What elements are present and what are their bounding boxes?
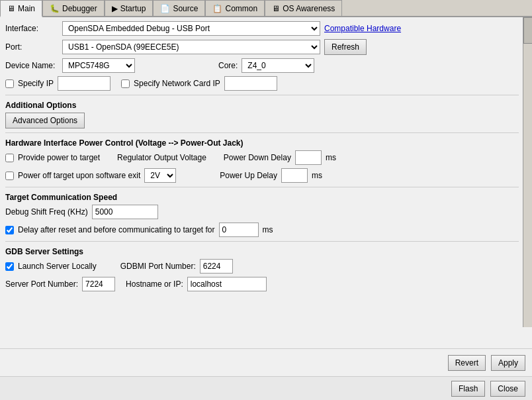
revert-button[interactable]: Revert xyxy=(448,355,486,371)
ms2-label: ms xyxy=(312,171,322,180)
advanced-options-row: Advanced Options xyxy=(5,113,519,128)
hw-power-title: Hardware Interface Power Control (Voltag… xyxy=(5,138,519,148)
tab-source-label: Source xyxy=(173,4,198,13)
tab-debugger-label: Debugger xyxy=(62,4,97,13)
os-icon: 🖥 xyxy=(272,4,280,13)
server-port-row: Server Port Number: Hostname or IP: xyxy=(5,277,519,291)
provide-power-row: Provide power to target Regulator Output… xyxy=(5,150,519,165)
interface-label: Interface: xyxy=(5,24,58,33)
specify-ip-row: Specify IP Specify Network Card IP xyxy=(5,76,519,91)
scrollbar-thumb[interactable] xyxy=(523,17,532,44)
port-row: Port: USB1 - OpenSDA (99EECE5E) Refresh xyxy=(5,39,519,55)
additional-options-title: Additional Options xyxy=(5,101,519,110)
server-port-label: Server Port Number: xyxy=(5,279,78,289)
device-select[interactable]: MPC5748G xyxy=(62,58,135,73)
specify-network-input[interactable] xyxy=(224,76,277,91)
delay-input[interactable] xyxy=(219,223,259,237)
debugger-icon: 🐛 xyxy=(50,4,60,13)
target-speed-title: Target Communication Speed xyxy=(5,193,519,202)
regulator-label: Regulator Output Voltage xyxy=(117,153,206,162)
port-label: Port: xyxy=(5,42,58,52)
device-row: Device Name: MPC5748G Core: Z4_0 xyxy=(5,58,519,73)
core-select[interactable]: Z4_0 xyxy=(242,58,314,73)
tab-startup-label: Startup xyxy=(120,4,146,13)
startup-icon: ▶ xyxy=(112,4,118,13)
power-down-label: Power Down Delay xyxy=(224,153,291,162)
tab-main[interactable]: 🖥 Main xyxy=(0,0,42,17)
launch-server-checkbox[interactable] xyxy=(5,262,14,271)
launch-server-label: Launch Server Locally xyxy=(18,262,97,271)
specify-network-label: Specify Network Card IP xyxy=(134,79,220,88)
ms3-label: ms xyxy=(263,225,273,234)
provide-power-checkbox[interactable] xyxy=(5,154,14,162)
power-up-label: Power Up Delay xyxy=(220,171,277,180)
flash-bar: Flash Close xyxy=(0,376,532,400)
specify-ip-input[interactable] xyxy=(58,76,111,91)
delay-label: Delay after reset and before communicati… xyxy=(18,225,215,234)
specify-ip-label: Specify IP xyxy=(18,79,54,88)
target-speed-section: Target Communication Speed Debug Shift F… xyxy=(5,193,519,237)
main-content: Interface: OpenSDA Embedded Debug - USB … xyxy=(0,17,532,348)
hw-power-section: Hardware Interface Power Control (Voltag… xyxy=(5,138,519,183)
hostname-label: Hostname or IP: xyxy=(126,279,183,289)
tab-bar: 🖥 Main 🐛 Debugger ▶ Startup 📄 Source 📋 C… xyxy=(0,0,532,17)
interface-row: Interface: OpenSDA Embedded Debug - USB … xyxy=(5,21,519,36)
apply-button[interactable]: Apply xyxy=(491,355,525,371)
gdbmi-label: GDBMI Port Number: xyxy=(120,262,196,271)
tab-startup[interactable]: ▶ Startup xyxy=(105,0,154,16)
advanced-options-button[interactable]: Advanced Options xyxy=(5,113,85,128)
specify-ip-checkbox[interactable] xyxy=(5,79,14,88)
compatible-hardware-link[interactable]: Compatible Hardware xyxy=(324,24,401,33)
main-icon: 🖥 xyxy=(7,4,15,13)
specify-network-checkbox[interactable] xyxy=(121,79,130,88)
core-label: Core: xyxy=(218,61,238,70)
debug-freq-label: Debug Shift Freq (KHz) xyxy=(5,207,88,217)
power-off-label: Power off target upon software exit xyxy=(18,171,140,180)
tab-common[interactable]: 📋 Common xyxy=(205,0,265,16)
ms1-label: ms xyxy=(326,153,336,162)
debug-freq-input[interactable] xyxy=(92,205,158,219)
power-down-input[interactable] xyxy=(295,150,322,165)
scrollbar[interactable] xyxy=(523,17,532,327)
port-select[interactable]: USB1 - OpenSDA (99EECE5E) xyxy=(62,40,320,54)
gdb-section: GDB Server Settings Launch Server Locall… xyxy=(5,247,519,291)
tab-main-label: Main xyxy=(18,4,35,13)
launch-server-row: Launch Server Locally GDBMI Port Number: xyxy=(5,259,519,274)
power-off-row: Power off target upon software exit 2V P… xyxy=(5,168,519,183)
tab-common-label: Common xyxy=(225,4,257,13)
gdb-title: GDB Server Settings xyxy=(5,247,519,256)
delay-checkbox[interactable] xyxy=(5,226,14,234)
delay-row: Delay after reset and before communicati… xyxy=(5,223,519,237)
server-port-input[interactable] xyxy=(82,277,115,291)
refresh-button[interactable]: Refresh xyxy=(324,39,367,55)
voltage-select[interactable]: 2V xyxy=(144,168,176,183)
common-icon: 📋 xyxy=(212,4,222,13)
power-off-checkbox[interactable] xyxy=(5,172,14,180)
tab-debugger[interactable]: 🐛 Debugger xyxy=(42,0,105,16)
flash-button[interactable]: Flash xyxy=(451,381,485,397)
close-button[interactable]: Close xyxy=(490,381,525,397)
bottom-bar: Revert Apply xyxy=(0,348,532,376)
tab-source[interactable]: 📄 Source xyxy=(153,0,205,16)
gdbmi-input[interactable] xyxy=(200,259,233,274)
tab-os-label: OS Awareness xyxy=(283,4,335,13)
debug-freq-row: Debug Shift Freq (KHz) xyxy=(5,205,519,219)
provide-power-label: Provide power to target xyxy=(18,153,100,162)
power-up-input[interactable] xyxy=(281,168,308,183)
source-icon: 📄 xyxy=(160,4,170,13)
interface-select[interactable]: OpenSDA Embedded Debug - USB Port xyxy=(62,21,320,36)
tab-os-awareness[interactable]: 🖥 OS Awareness xyxy=(265,0,342,16)
device-name-label: Device Name: xyxy=(5,61,58,70)
hostname-input[interactable] xyxy=(187,277,267,291)
